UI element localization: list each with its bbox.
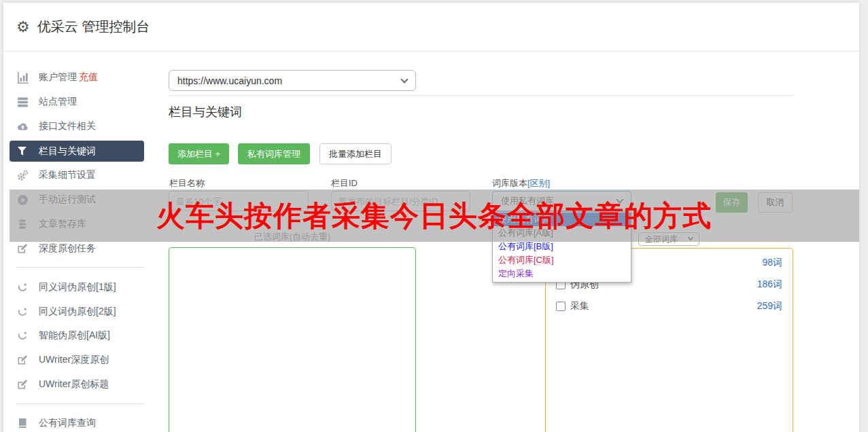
sidebar-item-label: 同义词伪原创[2版] <box>39 306 116 318</box>
sidebar-divider <box>16 403 144 404</box>
book-icon <box>17 418 29 429</box>
sidebar-item-article-cache[interactable]: 文章暂存库 <box>10 212 144 236</box>
sidebar-item-deep-original-task[interactable]: 深度原创任务 <box>10 236 144 261</box>
sidebar-item-label: 采集细节设置 <box>39 169 96 181</box>
sidebar-item-public-lexicon-query[interactable]: 公有词库查询 <box>10 411 144 432</box>
refresh-icon <box>17 306 29 318</box>
funnel-icon <box>17 145 29 157</box>
lexicon-version-value: 使用私有词库 <box>501 195 554 207</box>
menu-option-private-lexicon[interactable]: 使用私有词库 <box>493 213 631 226</box>
save-button[interactable]: 保存 <box>716 192 748 213</box>
column-id-input[interactable] <box>331 191 470 211</box>
batch-add-button[interactable]: 批量添加栏目 <box>319 143 392 164</box>
app-header: ⚙ 优采云 管理控制台 <box>3 3 859 52</box>
sidebar-item-label: UWriter原创标题 <box>39 378 109 391</box>
column-name-input[interactable] <box>169 191 309 211</box>
lexicon-row: 采集 259词 <box>556 300 782 313</box>
page: ⚙ 优采云 管理控制台 账户管理充值 站点管理 接口文件相关 栏目与关键词 采集… <box>0 0 868 432</box>
sidebar-item-label: 同义词伪原创[1版] <box>39 281 116 293</box>
sidebar-item-label: 深度原创任务 <box>39 242 96 255</box>
menu-option-public-b[interactable]: 公有词库[B版] <box>493 240 631 253</box>
sidebar-item-uwriter-deep[interactable]: UWriter深度原创 <box>10 348 144 372</box>
add-column-button[interactable]: 添加栏目 + <box>169 143 229 164</box>
private-lexicon-button[interactable]: 私有词库管理 <box>238 143 310 164</box>
gear-logo-icon: ⚙ <box>16 20 30 35</box>
selected-lexicon-label: 已选词库(自动去重) <box>169 231 416 243</box>
app-title: 优采云 管理控制台 <box>37 18 150 36</box>
refresh-icon <box>17 282 29 293</box>
sidebar-item-label: 手动运行测试 <box>39 194 96 206</box>
chevron-down-icon <box>616 196 623 203</box>
sidebar-item-synonym-v2[interactable]: 同义词伪原创[2版] <box>10 300 144 324</box>
menu-option-public-c[interactable]: 公有词库[C版] <box>493 253 631 267</box>
sidebar-item-label: 接口文件相关 <box>39 120 96 132</box>
divider <box>169 95 793 96</box>
sidebar-item-collect-settings[interactable]: 采集细节设置 <box>10 163 144 187</box>
lexicon-version-select[interactable]: 使用私有词库 <box>492 191 631 211</box>
bar-chart-icon <box>17 72 29 84</box>
sidebar-item-ai-rewrite[interactable]: 智能伪原创[AI版] <box>10 323 144 348</box>
sidebar-divider <box>16 267 144 268</box>
site-url-select[interactable]: https://www.ucaiyun.com <box>169 70 416 91</box>
chevron-down-icon <box>688 235 693 240</box>
lexicon-checkbox[interactable] <box>556 302 566 311</box>
site-url-value: https://www.ucaiyun.com <box>177 75 282 86</box>
lexicon-word-count: 186词 <box>757 278 782 291</box>
lexicon-version-label: 词库版本[区别] <box>492 177 550 190</box>
recharge-badge[interactable]: 充值 <box>79 71 98 82</box>
gears-icon <box>17 170 29 181</box>
refresh-icon <box>17 330 29 342</box>
lexicon-word-count: 259词 <box>757 300 782 312</box>
column-id-label: 栏目ID <box>331 177 358 190</box>
sidebar-item-label: 栏目与关键词 <box>39 145 96 158</box>
sidebar-item-label: 公有词库查询 <box>39 417 96 429</box>
sidebar-item-uwriter-title[interactable]: UWriter原创标题 <box>10 372 144 397</box>
sidebar-item-label: 智能伪原创[AI版] <box>39 329 110 342</box>
sidebar-item-label: UWriter深度原创 <box>39 354 109 366</box>
sidebar-item-columns-keywords[interactable]: 栏目与关键词 <box>10 141 144 162</box>
edit-icon <box>17 243 29 255</box>
lexicon-filter-value: 全部词库 <box>645 234 678 245</box>
edit-icon <box>17 379 29 391</box>
play-circle-icon <box>17 194 29 206</box>
sidebar-item-account[interactable]: 账户管理充值 <box>10 65 144 90</box>
sidebar-item-label: 账户管理充值 <box>39 71 98 84</box>
sidebar-item-synonym-v1[interactable]: 同义词伪原创[1版] <box>10 275 144 300</box>
version-difference-link[interactable]: [区别] <box>527 178 550 188</box>
column-name-label: 栏目名称 <box>169 177 205 190</box>
menu-option-targeted-collect[interactable]: 定向采集 <box>493 267 631 281</box>
lexicon-word-count: 98词 <box>762 257 782 269</box>
edit-icon <box>17 355 29 366</box>
cancel-button[interactable]: 取消 <box>758 192 793 213</box>
sidebar-item-sites[interactable]: 站点管理 <box>10 90 144 114</box>
sidebar-item-label: 站点管理 <box>39 96 77 108</box>
cloud-upload-icon <box>17 121 29 132</box>
sidebar-item-label: 文章暂存库 <box>39 218 86 230</box>
sidebar-item-manual-test[interactable]: 手动运行测试 <box>10 187 144 212</box>
database-icon <box>17 219 29 230</box>
lexicon-row-label: 采集 <box>570 300 589 312</box>
chevron-down-icon <box>400 75 408 83</box>
menu-option-public-a[interactable]: 公有词库[A版] <box>493 226 631 240</box>
selected-lexicon-box[interactable] <box>169 247 416 432</box>
section-title: 栏目与关键词 <box>169 104 242 120</box>
server-icon <box>17 96 29 108</box>
lexicon-version-dropdown-menu: 使用私有词库 公有词库[A版] 公有词库[B版] 公有词库[C版] 定向采集 <box>492 211 631 283</box>
sidebar-item-interface-files[interactable]: 接口文件相关 <box>10 114 144 139</box>
lexicon-filter-select[interactable]: 全部词库 <box>638 232 699 246</box>
